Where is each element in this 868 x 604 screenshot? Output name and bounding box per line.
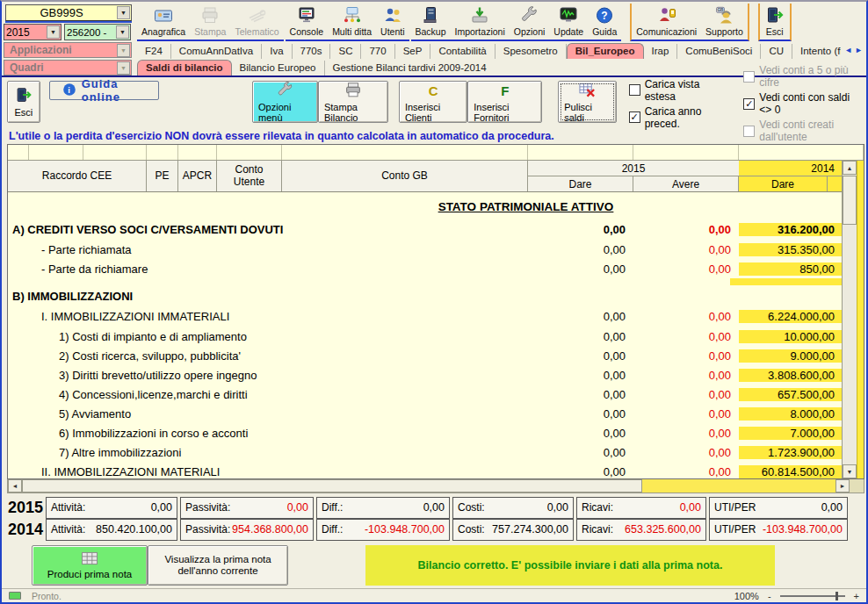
pulisci-saldi-button[interactable]: Pulisci saldi (558, 81, 616, 123)
checkbox-box-checked[interactable]: ✓ (743, 98, 755, 110)
zoom-out-button[interactable]: - (768, 591, 771, 601)
esci-button[interactable]: Esci (760, 4, 790, 40)
vertical-scrollbar-thumb[interactable] (843, 176, 857, 225)
checkbox-box[interactable] (743, 126, 755, 137)
svg-text:GB: GB (718, 8, 725, 12)
checkbox-carica-vista-estesa[interactable]: Carica vista estesa (629, 78, 723, 103)
checkbox-box[interactable] (743, 71, 755, 83)
checkbox-box[interactable] (629, 84, 640, 96)
table-row[interactable]: - Parte richiamata 0,00 0,00 315.350,00 (8, 240, 842, 259)
scroll-down-button[interactable]: ▼ (843, 464, 857, 478)
tab-sc[interactable]: SC (330, 44, 361, 59)
tab-cu[interactable]: CU (761, 44, 792, 59)
table-row[interactable]: 3) Diritti brevetto/utilizzo opere ingeg… (8, 365, 842, 385)
chevron-down-icon[interactable]: ▼ (117, 6, 130, 19)
filter-cell (633, 145, 739, 160)
quadri-tab-bar: Quadri ▼ Saldi di bilancio Bilancio Euro… (2, 59, 866, 77)
utenti-button[interactable]: Utenti (376, 4, 409, 40)
scroll-up-button[interactable]: ▲ (843, 161, 857, 175)
table-row[interactable]: II. IMMOBILIZZAZIONI MATERIALI 0,00 0,00… (8, 462, 842, 478)
year-select[interactable]: 2015 ▼ (4, 24, 61, 40)
tab-gestione-bilanci-tardivi[interactable]: Gestione Bilanci tardivi 2009-2014 (325, 61, 495, 76)
checkbox-carica-anno-preced[interactable]: ✓ Carica anno preced. (629, 105, 723, 130)
year-label: 2015 (5, 499, 46, 517)
table-row[interactable]: B) IMMOBILIZZAZIONI (8, 285, 842, 306)
tab-comuanndativa[interactable]: ComuAnnDatIva (171, 44, 262, 59)
tab-spesometro[interactable]: Spesometro (495, 44, 567, 59)
tab-iva[interactable]: Iva (262, 44, 292, 59)
filter-cell (8, 145, 29, 160)
table-row[interactable]: 7) Altre immobilizzazioni 0,00 0,00 1.72… (8, 442, 842, 462)
scroll-right-button[interactable]: ► (835, 479, 850, 493)
importazioni-button[interactable]: Importazioni (451, 4, 510, 40)
table-row[interactable]: 1) Costi di impianto e di ampliamento 0,… (8, 327, 842, 346)
comunicazioni-button[interactable]: Comunicazioni (632, 4, 701, 40)
tab-intento[interactable]: Intento (fino al 28 (792, 44, 841, 59)
console-button[interactable]: Console (286, 4, 329, 40)
tab-f24[interactable]: F24 (137, 44, 171, 59)
horizontal-scrollbar[interactable]: ◄ ► (7, 479, 864, 493)
tab-scroll-left-icon[interactable]: ◄ (844, 46, 852, 54)
guida-online-button[interactable]: i Guida online (49, 81, 159, 100)
tab-770[interactable]: 770 (361, 44, 394, 59)
tab-irap[interactable]: Irap (644, 44, 678, 59)
chevron-down-icon[interactable]: ▼ (117, 44, 130, 57)
year-select-value: 2015 (4, 26, 47, 39)
opzioni-menu-button[interactable]: Opzioni menù (252, 81, 318, 123)
table-row[interactable]: A) CREDITI VERSO SOCI C/VERSAMENTI DOVUT… (8, 219, 842, 240)
tab-bilancio-europeo[interactable]: Bilancio Europeo (232, 61, 325, 76)
inserisci-clienti-button[interactable]: C Inserisci Clienti (399, 81, 467, 123)
opzioni-button[interactable]: Opzioni (510, 4, 550, 40)
checkbox-vedi-conti-utente[interactable]: Vedi conti creati dall'utente (743, 119, 863, 143)
scroll-left-button[interactable]: ◄ (8, 479, 22, 493)
table-row[interactable]: I. IMMOBILIZZAZIONI IMMATERIALI 0,00 0,0… (8, 306, 842, 327)
vertical-scrollbar[interactable]: ▲ ▼ (842, 161, 857, 478)
stampa-bilancio-button[interactable]: Stampa Bilancio (318, 81, 388, 123)
checkbox-vedi-conti-5-cifre[interactable]: Vedi conti a 5 o più cifre (743, 64, 863, 89)
backup-button[interactable]: Backup (411, 4, 451, 40)
zoom-slider[interactable] (780, 595, 845, 597)
quadri-select[interactable]: Quadri ▼ (4, 60, 132, 76)
visualizza-prima-nota-button[interactable]: Visualizza la prima nota dell'anno corre… (148, 545, 288, 586)
code-select[interactable]: 256200 - ▼ (64, 24, 131, 40)
table-row[interactable]: 4) Concessioni,licenze,marchi e diritti … (8, 385, 842, 404)
checkbox-box-checked[interactable]: ✓ (629, 111, 640, 123)
scrollbar-track[interactable] (642, 479, 835, 493)
import-down-arrow-icon (469, 6, 490, 26)
tab-bil-europeo[interactable]: Bil_Europeo (567, 43, 644, 59)
chevron-down-icon[interactable]: ▼ (116, 25, 129, 39)
esci-secondary-button[interactable]: Esci (7, 81, 40, 123)
tab-sep[interactable]: SeP (395, 44, 431, 59)
table-row[interactable]: 6) Immobilizzazioni in corso e acconti 0… (8, 423, 842, 442)
tab-scroll-right-icon[interactable]: ► (855, 46, 863, 54)
chevron-down-icon[interactable]: ▼ (117, 61, 130, 75)
info-icon: i (62, 83, 76, 99)
summary-row-2015: 2015 Attività:0,00 Passività:0,00 Diff.:… (5, 496, 866, 519)
chevron-down-icon[interactable]: ▼ (47, 25, 60, 39)
tab-contabilita[interactable]: Contabilità (430, 44, 495, 59)
telematico-button[interactable]: Telematico (230, 4, 283, 40)
filter-cell (217, 145, 282, 160)
applicazioni-select[interactable]: Applicazioni ▼ (4, 42, 132, 58)
checkbox-vedi-conti-saldi[interactable]: ✓ Vedi conti con saldi <> 0 (743, 91, 863, 116)
company-select[interactable]: GB999S ▼ (5, 4, 132, 21)
table-row[interactable]: 2) Costi ricerca, sviluppo, pubblicita' … (8, 346, 842, 365)
help-icon: ? (594, 6, 615, 26)
supporto-button[interactable]: GB Supporto (701, 4, 748, 40)
table-row[interactable]: 5) Avviamento 0,00 0,00 8.000,00 (8, 404, 842, 423)
tab-saldi-di-bilancio[interactable]: Saldi di bilancio (137, 60, 232, 76)
stampa-button[interactable]: Stampa (190, 4, 230, 40)
tab-comubenisoci[interactable]: ComuBeniSoci (677, 44, 761, 59)
users-icon (382, 6, 403, 26)
guida-button[interactable]: ? Guida (588, 4, 621, 40)
zoom-slider-knob[interactable] (835, 592, 838, 600)
anagrafica-button[interactable]: Anagrafica (137, 4, 190, 40)
horizontal-scrollbar-thumb[interactable] (22, 479, 642, 493)
table-row[interactable]: - Parte da richiamare 0,00 0,00 850,00 (8, 259, 842, 278)
zoom-in-button[interactable]: + (854, 591, 859, 601)
update-button[interactable]: Update (549, 4, 588, 40)
tab-770s[interactable]: 770s (293, 44, 331, 59)
produci-prima-nota-button[interactable]: Produci prima nota (32, 545, 148, 586)
multi-ditta-button[interactable]: Multi ditta (328, 4, 376, 40)
inserisci-fornitori-button[interactable]: F Inserisci Fornitori (467, 81, 542, 123)
